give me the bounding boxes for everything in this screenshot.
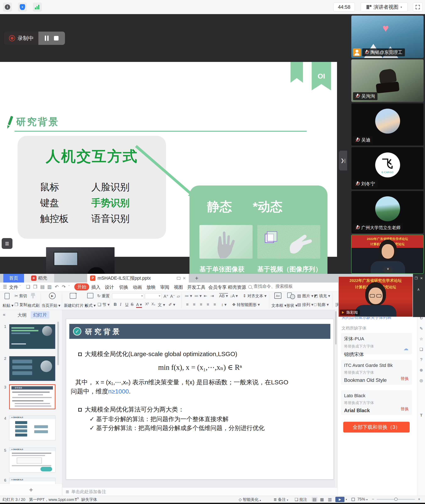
picture-button[interactable]: ▨ 图片 ▾ <box>297 293 313 299</box>
hamburger-icon[interactable]: ☰ <box>3 284 7 290</box>
meeting-info-button[interactable]: i <box>3 2 12 12</box>
menu-tab-animation[interactable]: 动画 <box>133 284 142 290</box>
font-size-select[interactable] <box>145 293 161 299</box>
italic-button[interactable]: I <box>120 302 121 307</box>
network-quality-button[interactable] <box>33 2 42 12</box>
webcam-overlay[interactable]: 2022年广东省研究生学术论坛 计算机前沿技术研究论坛 陈彩阅 <box>338 276 413 317</box>
outline-button[interactable]: □ 轮廓 ▾ <box>314 302 329 307</box>
download-cloud-icon[interactable]: ☁ <box>403 346 408 352</box>
tab-docer[interactable]: ✻ 稻壳 <box>24 274 54 283</box>
save-icon[interactable]: ❏ <box>26 284 30 290</box>
comments-button[interactable]: ❏ 批注 <box>295 497 307 502</box>
scroll-down-button[interactable]: ∧ <box>383 267 392 272</box>
agenda-list-button[interactable]: ≣ <box>2 238 13 249</box>
print-icon[interactable]: ▤ <box>40 284 45 290</box>
fill-button[interactable]: ◩ 填充 ▾ <box>314 293 330 299</box>
bullets-button[interactable]: ≔ ▾ <box>185 293 192 298</box>
align-text-button[interactable]: ⇕ 对齐文本 ▾ <box>243 293 266 299</box>
present-tab-icon[interactable] <box>177 277 180 280</box>
reset-button[interactable]: ↻ 重置 <box>97 293 110 299</box>
slide-thumbnail-5[interactable]: ● SHADE-ILS <box>9 448 55 472</box>
tab-home[interactable]: 首页 <box>3 274 24 283</box>
menu-tab-design[interactable]: 设计 <box>105 284 114 290</box>
underline-button[interactable]: U <box>125 302 128 307</box>
slide-thumbnail-2[interactable] <box>9 356 55 381</box>
align-center-button[interactable]: ≡ <box>193 302 195 307</box>
arrange-button[interactable]: ▤ 排列 ▾ <box>297 302 313 307</box>
clipboard-icon[interactable]: ❏ <box>419 347 424 352</box>
canvas-scrollbar[interactable] <box>335 310 337 487</box>
align-right-button[interactable]: ≡ <box>200 302 202 307</box>
redo-icon[interactable]: ↷ <box>62 284 66 290</box>
editable-slide[interactable]: ✓ 研究背景 大规模全局优化(Large-scale global optimi… <box>66 319 334 479</box>
edit-icon[interactable]: ✎ <box>419 326 424 331</box>
notes-button[interactable]: ≣ 备注 ▾ <box>273 497 288 502</box>
tab-slides[interactable]: 幻灯片 <box>31 311 49 319</box>
participant-tile[interactable]: 吴迪 <box>351 103 424 146</box>
search-input[interactable] <box>254 284 293 289</box>
participant-tile[interactable]: ♥ 陶铭@东莞理工 <box>351 15 424 58</box>
line-spacing-button[interactable]: ↕ ▾ <box>221 302 227 307</box>
grow-font-button[interactable]: A⁺ <box>164 294 168 299</box>
zoom-out-button[interactable]: − <box>372 497 374 502</box>
distribute-button[interactable]: ≡ <box>213 302 216 307</box>
menu-tab-review[interactable]: 审阅 <box>160 284 169 290</box>
slide-thumbnail-3-selected[interactable]: 研究背景 <box>9 384 55 409</box>
collapse-panel-tab[interactable]: ❯| <box>339 151 347 170</box>
export-icon[interactable]: ❒ <box>33 284 37 290</box>
menu-file[interactable]: 文件 <box>9 284 18 290</box>
superscript-button[interactable]: X² <box>145 302 149 306</box>
replace-link[interactable]: 替换 <box>400 406 409 412</box>
cut-button[interactable]: ✂ 剪切 <box>14 293 27 299</box>
text-direction-button[interactable]: ↓A ▾ <box>230 293 238 298</box>
active-speaker-tile[interactable]: 2022年广东省研究生学术论坛 计算机前沿技术研究论坛 ∧ <box>351 235 424 274</box>
menu-tab-start[interactable]: 开始 <box>74 283 89 290</box>
scrollbar-thumb[interactable] <box>335 311 337 344</box>
numbering-button[interactable]: ≕ ▾ <box>194 293 202 298</box>
phonetic-guide-button[interactable]: 文 ▾ <box>158 302 165 308</box>
menu-tab-member[interactable]: 会员专享 <box>208 284 227 290</box>
bold-button[interactable]: B <box>114 302 117 307</box>
view-normal-button[interactable]: ▤ <box>312 497 317 502</box>
slideshow-options-icon[interactable]: ▾ <box>346 498 347 501</box>
shrink-font-button[interactable]: A⁻ <box>170 294 175 299</box>
close-window-icon[interactable]: ✕ <box>420 276 423 280</box>
menu-tab-transition[interactable]: 切换 <box>119 284 128 290</box>
restore-window-icon[interactable]: ❐ <box>415 276 418 280</box>
font-name-select[interactable] <box>112 293 144 299</box>
play-current-button[interactable]: 当页开始 ▾ <box>41 303 60 308</box>
strikethrough-button[interactable]: S <box>131 302 133 307</box>
char-spacing-button[interactable]: AB ▾ <box>219 293 228 298</box>
download-replace-all-button[interactable]: 全部下载和替换（3） <box>343 422 410 433</box>
new-tab-button[interactable]: + <box>193 274 201 283</box>
participant-tile[interactable]: 飞 E-CARGO 刘冬宁 <box>351 147 424 190</box>
slide-thumbnail-1[interactable] <box>9 324 55 349</box>
notes-bar[interactable]: ≣ 单击此处添加备注 <box>62 487 337 496</box>
undo-icon[interactable]: ↶ <box>55 284 59 290</box>
copy-button[interactable]: ❐ 复制 <box>14 302 27 307</box>
beautify-button[interactable]: ◇ 智能美化 ▴ <box>239 497 261 502</box>
align-left-button[interactable]: ≡ <box>186 302 189 307</box>
menu-tab-slideshow[interactable]: 放映 <box>146 284 156 290</box>
menu-tab-docer-res[interactable]: 稻壳资源 <box>228 284 246 290</box>
zoom-slider-thumb[interactable] <box>394 497 398 501</box>
meeting-security-button[interactable]: + <box>18 2 27 12</box>
replace-link[interactable]: 替换 <box>400 376 409 381</box>
section-button[interactable]: ❏ 节 ▾ <box>98 302 110 307</box>
text-tool-icon[interactable]: T <box>419 413 424 418</box>
zoom-in-button[interactable]: + <box>418 497 420 502</box>
favorite-icon[interactable]: ☆ <box>419 337 424 341</box>
pause-recording-icon[interactable] <box>45 35 49 41</box>
menu-tab-devtools[interactable]: 开发工具 <box>187 284 206 290</box>
locate-icon[interactable]: ◎ <box>419 378 424 383</box>
paste-button[interactable]: 粘贴 ▾ <box>2 303 13 308</box>
editing-canvas[interactable]: ✓ 研究背景 大规模全局优化(Large-scale global optimi… <box>62 310 337 487</box>
stop-recording-icon[interactable] <box>54 36 59 41</box>
tab-document[interactable]: P mSHADE-ILS汇报ppt.pptx ✕ <box>87 274 189 283</box>
font-color-button[interactable]: A ▾ <box>136 302 142 308</box>
view-reading-button[interactable]: ▥ <box>328 497 332 502</box>
to-smartart-button[interactable]: ❖ 转智能图形 ▾ <box>232 302 260 307</box>
highlight-button[interactable]: ✐ ▾ <box>168 302 175 307</box>
slide-thumbnail-4[interactable]: ● SHADE-ILS <box>9 415 55 440</box>
format-painter-button[interactable]: 格式刷 <box>28 303 40 308</box>
